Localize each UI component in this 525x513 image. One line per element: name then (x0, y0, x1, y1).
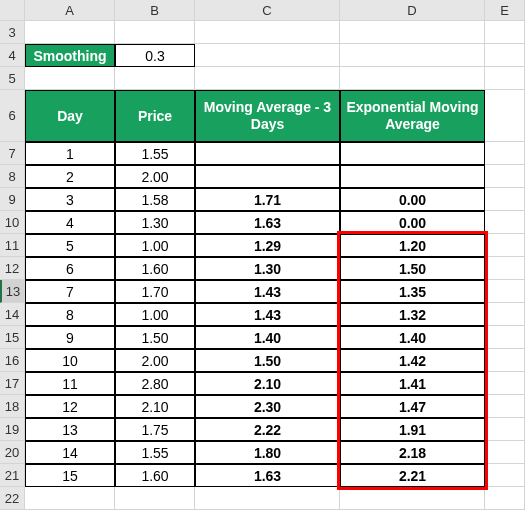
col-header-e[interactable]: E (485, 0, 525, 21)
row-header-13[interactable]: 13 (0, 280, 25, 303)
cell-ema-17[interactable]: 1.41 (340, 372, 485, 395)
cell-price-11[interactable]: 1.00 (115, 234, 195, 257)
spreadsheet-grid[interactable]: A B C D E 3 4 Smoothing 0.3 5 6 Day Pric… (0, 0, 525, 510)
cell-ema-19[interactable]: 1.91 (340, 418, 485, 441)
cell-ma-9[interactable]: 1.71 (195, 188, 340, 211)
cell-e14[interactable] (485, 303, 525, 326)
cell-ema-20[interactable]: 2.18 (340, 441, 485, 464)
row-header-18[interactable]: 18 (0, 395, 25, 418)
cell-e4[interactable] (485, 44, 525, 67)
cell-d22[interactable] (340, 487, 485, 510)
cell-price-15[interactable]: 1.50 (115, 326, 195, 349)
cell-a5[interactable] (25, 67, 115, 90)
cell-day-19[interactable]: 13 (25, 418, 115, 441)
row-header-7[interactable]: 7 (0, 142, 25, 165)
cell-e13[interactable] (485, 280, 525, 303)
cell-b5[interactable] (115, 67, 195, 90)
col-header-a[interactable]: A (25, 0, 115, 21)
row-header-12[interactable]: 12 (0, 257, 25, 280)
cell-ema-9[interactable]: 0.00 (340, 188, 485, 211)
cell-c4[interactable] (195, 44, 340, 67)
cell-ma-8[interactable] (195, 165, 340, 188)
corner-cell[interactable] (0, 0, 25, 21)
cell-e12[interactable] (485, 257, 525, 280)
cell-ma-16[interactable]: 1.50 (195, 349, 340, 372)
cell-day-20[interactable]: 14 (25, 441, 115, 464)
cell-day-17[interactable]: 11 (25, 372, 115, 395)
row-header-22[interactable]: 22 (0, 487, 25, 510)
cell-day-14[interactable]: 8 (25, 303, 115, 326)
cell-price-8[interactable]: 2.00 (115, 165, 195, 188)
col-header-d[interactable]: D (340, 0, 485, 21)
cell-d3[interactable] (340, 21, 485, 44)
cell-ma-20[interactable]: 1.80 (195, 441, 340, 464)
cell-c3[interactable] (195, 21, 340, 44)
row-header-16[interactable]: 16 (0, 349, 25, 372)
cell-price-16[interactable]: 2.00 (115, 349, 195, 372)
cell-a22[interactable] (25, 487, 115, 510)
header-day[interactable]: Day (25, 90, 115, 142)
header-ema[interactable]: Exponential Moving Average (340, 90, 485, 142)
cell-day-11[interactable]: 5 (25, 234, 115, 257)
cell-e22[interactable] (485, 487, 525, 510)
cell-day-12[interactable]: 6 (25, 257, 115, 280)
cell-e11[interactable] (485, 234, 525, 257)
row-header-14[interactable]: 14 (0, 303, 25, 326)
cell-ema-7[interactable] (340, 142, 485, 165)
cell-ma-19[interactable]: 2.22 (195, 418, 340, 441)
cell-day-15[interactable]: 9 (25, 326, 115, 349)
cell-ma-12[interactable]: 1.30 (195, 257, 340, 280)
row-header-3[interactable]: 3 (0, 21, 25, 44)
cell-e21[interactable] (485, 464, 525, 487)
cell-ema-14[interactable]: 1.32 (340, 303, 485, 326)
cell-e18[interactable] (485, 395, 525, 418)
cell-ema-12[interactable]: 1.50 (340, 257, 485, 280)
cell-ma-17[interactable]: 2.10 (195, 372, 340, 395)
cell-price-20[interactable]: 1.55 (115, 441, 195, 464)
cell-e10[interactable] (485, 211, 525, 234)
cell-price-21[interactable]: 1.60 (115, 464, 195, 487)
cell-e16[interactable] (485, 349, 525, 372)
cell-e5[interactable] (485, 67, 525, 90)
cell-ema-16[interactable]: 1.42 (340, 349, 485, 372)
cell-ma-15[interactable]: 1.40 (195, 326, 340, 349)
col-header-c[interactable]: C (195, 0, 340, 21)
cell-e17[interactable] (485, 372, 525, 395)
cell-e19[interactable] (485, 418, 525, 441)
cell-price-19[interactable]: 1.75 (115, 418, 195, 441)
row-header-5[interactable]: 5 (0, 67, 25, 90)
row-header-11[interactable]: 11 (0, 234, 25, 257)
col-header-b[interactable]: B (115, 0, 195, 21)
header-price[interactable]: Price (115, 90, 195, 142)
cell-e20[interactable] (485, 441, 525, 464)
row-header-15[interactable]: 15 (0, 326, 25, 349)
cell-price-7[interactable]: 1.55 (115, 142, 195, 165)
cell-day-13[interactable]: 7 (25, 280, 115, 303)
row-header-9[interactable]: 9 (0, 188, 25, 211)
row-header-21[interactable]: 21 (0, 464, 25, 487)
cell-ema-8[interactable] (340, 165, 485, 188)
cell-price-14[interactable]: 1.00 (115, 303, 195, 326)
cell-day-21[interactable]: 15 (25, 464, 115, 487)
cell-ema-11[interactable]: 1.20 (340, 234, 485, 257)
cell-price-10[interactable]: 1.30 (115, 211, 195, 234)
cell-day-9[interactable]: 3 (25, 188, 115, 211)
cell-price-9[interactable]: 1.58 (115, 188, 195, 211)
row-header-6[interactable]: 6 (0, 90, 25, 142)
cell-d5[interactable] (340, 67, 485, 90)
cell-b3[interactable] (115, 21, 195, 44)
cell-ema-15[interactable]: 1.40 (340, 326, 485, 349)
cell-ma-10[interactable]: 1.63 (195, 211, 340, 234)
row-header-10[interactable]: 10 (0, 211, 25, 234)
cell-price-17[interactable]: 2.80 (115, 372, 195, 395)
cell-price-18[interactable]: 2.10 (115, 395, 195, 418)
cell-ema-21[interactable]: 2.21 (340, 464, 485, 487)
header-ma[interactable]: Moving Average - 3 Days (195, 90, 340, 142)
cell-a3[interactable] (25, 21, 115, 44)
cell-ma-21[interactable]: 1.63 (195, 464, 340, 487)
cell-ma-7[interactable] (195, 142, 340, 165)
cell-e8[interactable] (485, 165, 525, 188)
cell-ma-13[interactable]: 1.43 (195, 280, 340, 303)
row-header-8[interactable]: 8 (0, 165, 25, 188)
smoothing-value[interactable]: 0.3 (115, 44, 195, 67)
